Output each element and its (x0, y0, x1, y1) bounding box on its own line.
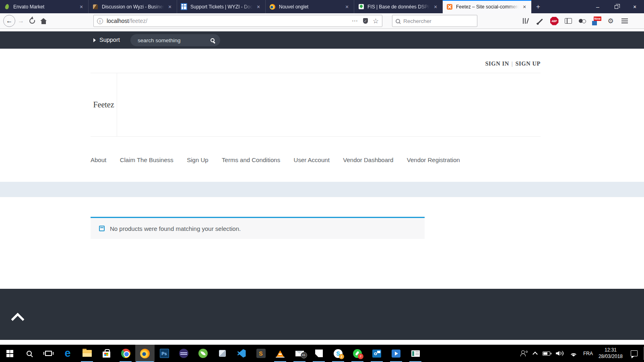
auth-separator: | (512, 60, 513, 67)
app-whatsapp[interactable]: 2 (348, 345, 367, 362)
tab-close-icon[interactable]: × (167, 4, 173, 10)
search-icon (396, 19, 400, 23)
app-photos[interactable] (309, 345, 328, 362)
restore-icon (615, 5, 618, 9)
app-chrome[interactable] (116, 345, 135, 362)
site-search-bar[interactable] (130, 34, 220, 46)
language-indicator[interactable]: FRA (583, 351, 593, 356)
eyedropper-icon[interactable] (535, 16, 545, 26)
home-button[interactable] (38, 15, 49, 27)
tab-support-tickets[interactable]: Support Tickets | WYZI - Docum × (177, 0, 266, 13)
menu-hamburger-icon[interactable] (619, 16, 630, 26)
sign-in-link[interactable]: SIGN IN (485, 60, 509, 67)
search-icon[interactable] (211, 38, 215, 42)
window-app-icon (411, 350, 420, 357)
app-skype[interactable]: S2 (328, 345, 348, 362)
start-button[interactable] (0, 345, 19, 362)
nav-item-user-account[interactable]: User Account (294, 156, 330, 163)
app-vscode[interactable] (232, 345, 251, 362)
nav-item-vendor-dashboard[interactable]: Vendor Dashboard (343, 156, 393, 163)
app-vlc[interactable] (270, 345, 290, 362)
tab-wyzi-discussion[interactable]: Discussion on Wyzi - Business F × (89, 0, 177, 13)
pin-favicon-icon (358, 4, 364, 10)
site-search-input[interactable] (138, 37, 211, 43)
people-icon[interactable] (521, 350, 528, 356)
nav-item-claim-the-business[interactable]: Claim The Business (120, 156, 173, 163)
close-button[interactable]: × (625, 0, 644, 13)
skype-badge: 2 (339, 354, 344, 359)
tab-close-icon[interactable]: × (344, 4, 350, 10)
url-bar[interactable]: i localhost/feetez/ ⋯ ✓ ☆ (93, 15, 382, 27)
clock[interactable]: 12:31 28/03/2018 (599, 347, 623, 360)
tab-close-icon[interactable]: × (78, 4, 85, 10)
app-eclipse[interactable] (174, 345, 193, 362)
app-sublime[interactable]: S (251, 345, 270, 362)
app-photoshop[interactable]: Ps (155, 345, 174, 362)
notice-text: No products were found matching your sel… (110, 225, 241, 232)
url-host: localhost (107, 18, 129, 24)
reload-button[interactable] (27, 15, 38, 27)
sidebar-glyph (565, 18, 572, 24)
tab-new-tab[interactable]: Nouvel onglet × (266, 0, 354, 13)
page-actions-icon[interactable]: ⋯ (352, 17, 358, 25)
settings-gear-icon[interactable]: ⚙ (605, 16, 616, 26)
cube-icon (219, 350, 226, 357)
tab-close-icon[interactable]: × (432, 4, 439, 10)
app-outlook[interactable]: o (367, 345, 386, 362)
action-center-icon[interactable] (631, 350, 638, 356)
app-edge[interactable]: e (58, 345, 77, 362)
app-spring[interactable] (193, 345, 213, 362)
minimize-button[interactable]: – (588, 0, 607, 13)
browser-search-bar[interactable] (392, 15, 477, 27)
app-mail[interactable]: 41 (290, 345, 309, 362)
tray-expand-chevron-icon[interactable] (533, 352, 538, 357)
battery-icon[interactable] (543, 352, 550, 356)
new-tab-button[interactable]: + (531, 0, 545, 13)
scroll-to-top-button[interactable] (12, 312, 21, 321)
sign-up-link[interactable]: SIGN UP (515, 60, 541, 67)
app-microsoft-store[interactable] (97, 345, 116, 362)
new-addon-icon[interactable]: New (591, 16, 602, 26)
app-cube[interactable] (213, 345, 232, 362)
nav-item-terms-and-conditions[interactable]: Terms and Conditions (222, 156, 280, 163)
site-info-icon[interactable]: i (97, 18, 103, 24)
browser-search-input[interactable] (403, 18, 468, 24)
tab-envato-market[interactable]: Envato Market × (0, 0, 89, 13)
wifi-icon[interactable] (570, 350, 578, 356)
support-link[interactable]: Support (99, 37, 120, 43)
app-arrow[interactable] (386, 345, 406, 362)
ghostery-icon[interactable] (577, 16, 588, 26)
app-file-explorer[interactable] (77, 345, 97, 362)
eclipse-icon (179, 349, 188, 358)
forward-button[interactable]: → (15, 15, 27, 27)
photos-icon (315, 350, 323, 357)
app-window[interactable] (406, 345, 425, 362)
new-addon-glyph: New (592, 16, 601, 25)
url-text[interactable]: localhost/feetez/ (107, 18, 352, 24)
taskbar-search-button[interactable] (19, 345, 39, 362)
adblock-plus-icon[interactable]: ABP (549, 16, 559, 26)
grid-favicon-icon (181, 4, 187, 10)
nav-item-about[interactable]: About (91, 156, 106, 163)
library-icon[interactable] (521, 16, 531, 26)
tab-feetez-active[interactable]: Feetez – Site social-commerce × (443, 0, 531, 13)
tab-fis-database[interactable]: FIS | Base de données DSP/OSC × (354, 0, 443, 13)
back-button[interactable]: ← (3, 15, 15, 27)
forum-favicon-icon (92, 4, 99, 10)
tab-close-icon[interactable]: × (255, 4, 262, 10)
window-bottom-strip (0, 340, 644, 345)
home-icon (40, 18, 47, 24)
volume-icon[interactable] (556, 350, 564, 356)
info-window-icon (99, 226, 105, 231)
pocket-shield-icon[interactable]: ✓ (363, 18, 368, 24)
app-firefox-active[interactable] (135, 345, 155, 362)
site-logo[interactable]: Feetez (93, 100, 114, 109)
tab-close-icon[interactable]: × (521, 4, 528, 10)
nav-item-sign-up[interactable]: Sign Up (187, 156, 208, 163)
task-view-button[interactable] (39, 345, 58, 362)
restore-button[interactable] (607, 0, 625, 13)
nav-item-vendor-registration[interactable]: Vendor Registration (407, 156, 460, 163)
bookmark-star-icon[interactable]: ☆ (373, 18, 379, 25)
mail-envelope-icon: 41 (295, 351, 304, 356)
sidebar-toggle-icon[interactable] (563, 16, 574, 26)
